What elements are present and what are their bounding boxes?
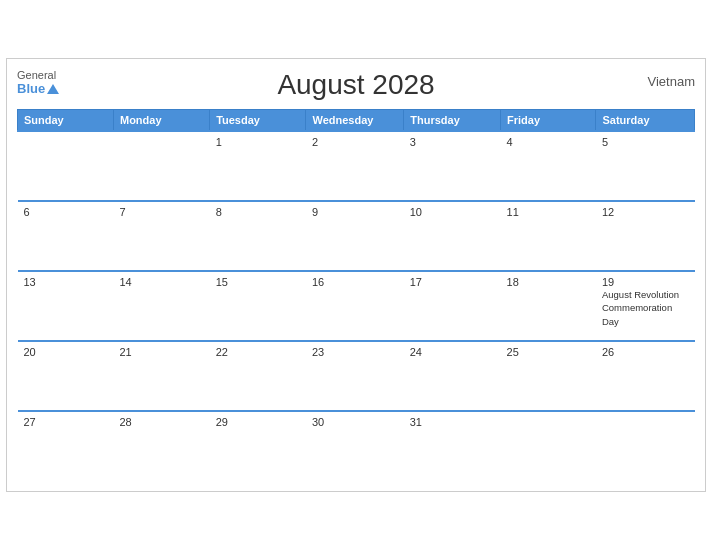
day-number: 13: [24, 276, 108, 288]
week-row-4: 20212223242526: [18, 341, 695, 411]
calendar-cell: 6: [18, 201, 114, 271]
calendar-cell: 14: [113, 271, 209, 341]
calendar-cell: 26: [596, 341, 695, 411]
day-number: 24: [410, 346, 495, 358]
event-text: August Revolution Commemoration Day: [602, 289, 679, 327]
day-number: 10: [410, 206, 495, 218]
day-number: 21: [119, 346, 203, 358]
calendar-title: August 2028: [277, 69, 434, 101]
brand-general-text: General: [17, 69, 56, 81]
day-number: 6: [24, 206, 108, 218]
calendar-cell: 5: [596, 131, 695, 201]
day-number: 27: [24, 416, 108, 428]
day-number: 15: [216, 276, 300, 288]
day-number: 5: [602, 136, 689, 148]
calendar-container: General Blue August 2028 Vietnam Sunday …: [6, 58, 706, 492]
brand-blue-text: Blue: [17, 81, 45, 96]
col-thursday: Thursday: [404, 110, 501, 132]
day-number: 8: [216, 206, 300, 218]
col-wednesday: Wednesday: [306, 110, 404, 132]
calendar-cell: 18: [501, 271, 596, 341]
day-number: 11: [507, 206, 590, 218]
calendar-cell: 12: [596, 201, 695, 271]
day-number: 19: [602, 276, 689, 288]
day-number: 7: [119, 206, 203, 218]
calendar-cell: 30: [306, 411, 404, 481]
calendar-cell: [18, 131, 114, 201]
day-number: 20: [24, 346, 108, 358]
calendar-cell: 11: [501, 201, 596, 271]
day-number: 1: [216, 136, 300, 148]
calendar-cell: 25: [501, 341, 596, 411]
col-saturday: Saturday: [596, 110, 695, 132]
brand-logo: General Blue: [17, 69, 59, 96]
calendar-cell: 24: [404, 341, 501, 411]
day-number: 14: [119, 276, 203, 288]
week-row-3: 13141516171819August Revolution Commemor…: [18, 271, 695, 341]
calendar-cell: [596, 411, 695, 481]
day-number: 23: [312, 346, 398, 358]
day-number: 17: [410, 276, 495, 288]
calendar-cell: 1: [210, 131, 306, 201]
col-tuesday: Tuesday: [210, 110, 306, 132]
day-number: 16: [312, 276, 398, 288]
week-row-5: 2728293031: [18, 411, 695, 481]
calendar-body: 12345678910111213141516171819August Revo…: [18, 131, 695, 481]
calendar-cell: 13: [18, 271, 114, 341]
calendar-cell: 9: [306, 201, 404, 271]
col-friday: Friday: [501, 110, 596, 132]
calendar-grid: Sunday Monday Tuesday Wednesday Thursday…: [17, 109, 695, 481]
day-number: 4: [507, 136, 590, 148]
calendar-header: General Blue August 2028 Vietnam: [17, 69, 695, 101]
calendar-cell: 21: [113, 341, 209, 411]
day-number: 29: [216, 416, 300, 428]
calendar-cell: 2: [306, 131, 404, 201]
calendar-cell: [113, 131, 209, 201]
day-number: 26: [602, 346, 689, 358]
calendar-cell: 31: [404, 411, 501, 481]
day-number: 18: [507, 276, 590, 288]
calendar-cell: 16: [306, 271, 404, 341]
calendar-cell: 28: [113, 411, 209, 481]
day-number: 3: [410, 136, 495, 148]
calendar-cell: 10: [404, 201, 501, 271]
week-row-2: 6789101112: [18, 201, 695, 271]
calendar-cell: 4: [501, 131, 596, 201]
day-number: 9: [312, 206, 398, 218]
brand-triangle-icon: [47, 84, 59, 94]
calendar-cell: 23: [306, 341, 404, 411]
day-number: 31: [410, 416, 495, 428]
day-number: 2: [312, 136, 398, 148]
day-number: 12: [602, 206, 689, 218]
calendar-cell: 7: [113, 201, 209, 271]
calendar-cell: 29: [210, 411, 306, 481]
day-number: 22: [216, 346, 300, 358]
col-monday: Monday: [113, 110, 209, 132]
week-row-1: 12345: [18, 131, 695, 201]
calendar-cell: 8: [210, 201, 306, 271]
col-sunday: Sunday: [18, 110, 114, 132]
day-number: 28: [119, 416, 203, 428]
day-number: 30: [312, 416, 398, 428]
calendar-cell: 20: [18, 341, 114, 411]
calendar-cell: 19August Revolution Commemoration Day: [596, 271, 695, 341]
country-label: Vietnam: [648, 74, 695, 89]
calendar-cell: 3: [404, 131, 501, 201]
weekday-header-row: Sunday Monday Tuesday Wednesday Thursday…: [18, 110, 695, 132]
calendar-cell: 17: [404, 271, 501, 341]
calendar-cell: 27: [18, 411, 114, 481]
day-number: 25: [507, 346, 590, 358]
calendar-cell: [501, 411, 596, 481]
calendar-cell: 22: [210, 341, 306, 411]
calendar-cell: 15: [210, 271, 306, 341]
